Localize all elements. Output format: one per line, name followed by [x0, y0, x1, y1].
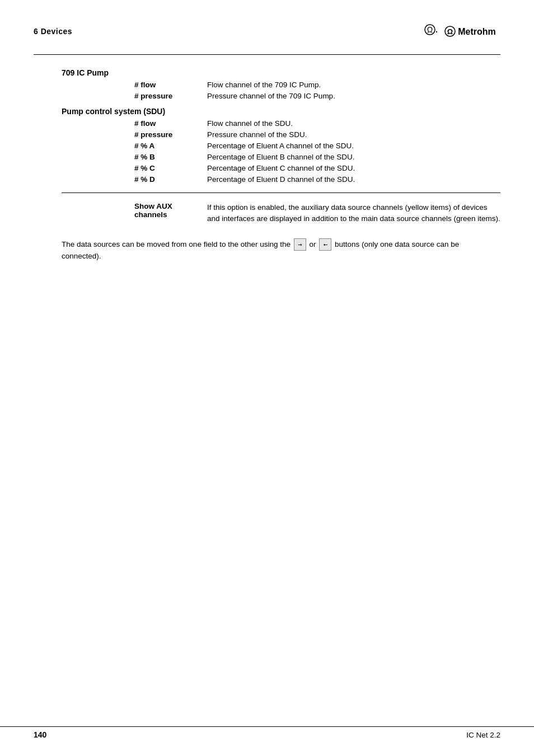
svg-text:Ω: Ω: [427, 25, 433, 34]
entry-desc: Flow channel of the 709 IC Pump.: [207, 81, 500, 89]
entry-label: # flow: [134, 119, 207, 128]
entry-desc: Pressure channel of the 709 IC Pump.: [207, 92, 500, 100]
entry-label: # % D: [134, 175, 207, 184]
para-text-before: The data sources can be moved from one f…: [62, 240, 293, 248]
move-right-button[interactable]: →: [294, 238, 306, 251]
section-709-pump: 709 IC Pump # flow Flow channel of the 7…: [134, 68, 500, 100]
product-name: IC Net 2.2: [466, 731, 500, 739]
entry-desc: Percentage of Eluent C channel of the SD…: [207, 164, 500, 172]
bottom-paragraph: The data sources can be moved from one f…: [62, 238, 500, 263]
entry-desc: Pressure channel of the SDU.: [207, 130, 500, 139]
content-area: 709 IC Pump # flow Flow channel of the 7…: [34, 68, 500, 262]
omega-icon: Ω .: [424, 22, 441, 40]
aux-channels-section: Show AUX channels If this option is enab…: [134, 202, 500, 225]
entry-label: # pressure: [134, 92, 207, 100]
entry-label: # pressure: [134, 130, 207, 139]
entry-row: # % A Percentage of Eluent A channel of …: [134, 142, 500, 150]
aux-channels-label: Show AUX channels: [134, 202, 207, 219]
content-section-divider: [62, 192, 500, 193]
entry-row: # flow Flow channel of the SDU.: [134, 119, 500, 128]
entry-row: # pressure Pressure channel of the SDU.: [134, 130, 500, 139]
move-left-button[interactable]: ←: [319, 238, 331, 251]
entry-row: # pressure Pressure channel of the 709 I…: [134, 92, 500, 100]
entry-row: # % B Percentage of Eluent B channel of …: [134, 153, 500, 161]
aux-channels-desc: If this option is enabled, the auxiliary…: [207, 202, 500, 225]
entry-label: # % B: [134, 153, 207, 161]
svg-text:Ω: Ω: [447, 27, 453, 36]
page-container: 6 Devices Ω . Ω Metrohm: [0, 0, 534, 756]
para-connector: or: [310, 240, 318, 248]
entry-label: # % C: [134, 164, 207, 172]
header-section-label: 6 Devices: [34, 27, 72, 36]
entry-desc: Percentage of Eluent A channel of the SD…: [207, 142, 500, 150]
entry-desc: Percentage of Eluent D channel of the SD…: [207, 175, 500, 184]
header-divider: [34, 54, 500, 55]
entry-desc: Flow channel of the SDU.: [207, 119, 500, 128]
entry-label: # flow: [134, 81, 207, 89]
section-sdu-title: Pump control system (SDU): [62, 107, 500, 116]
page-number: 140: [34, 730, 46, 739]
header-logo: Ω . Ω Metrohm: [424, 22, 500, 40]
entry-label: # % A: [134, 142, 207, 150]
entry-desc: Percentage of Eluent B channel of the SD…: [207, 153, 500, 161]
metrohm-logo-text: Ω Metrohm: [444, 24, 500, 39]
page-header: 6 Devices Ω . Ω Metrohm: [34, 22, 500, 43]
metrohm-brand-svg: Ω Metrohm: [444, 24, 500, 39]
metrohm-logo-icon: Ω .: [424, 22, 441, 37]
entry-row: # % C Percentage of Eluent C channel of …: [134, 164, 500, 172]
section-709-title: 709 IC Pump: [62, 68, 500, 77]
section-sdu-pump: Pump control system (SDU) # flow Flow ch…: [134, 107, 500, 184]
svg-text:Metrohm: Metrohm: [458, 27, 496, 36]
entry-row: # flow Flow channel of the 709 IC Pump.: [134, 81, 500, 89]
page-footer: 140 IC Net 2.2: [0, 726, 534, 739]
svg-text:.: .: [435, 25, 438, 34]
entry-row: # % D Percentage of Eluent D channel of …: [134, 175, 500, 184]
